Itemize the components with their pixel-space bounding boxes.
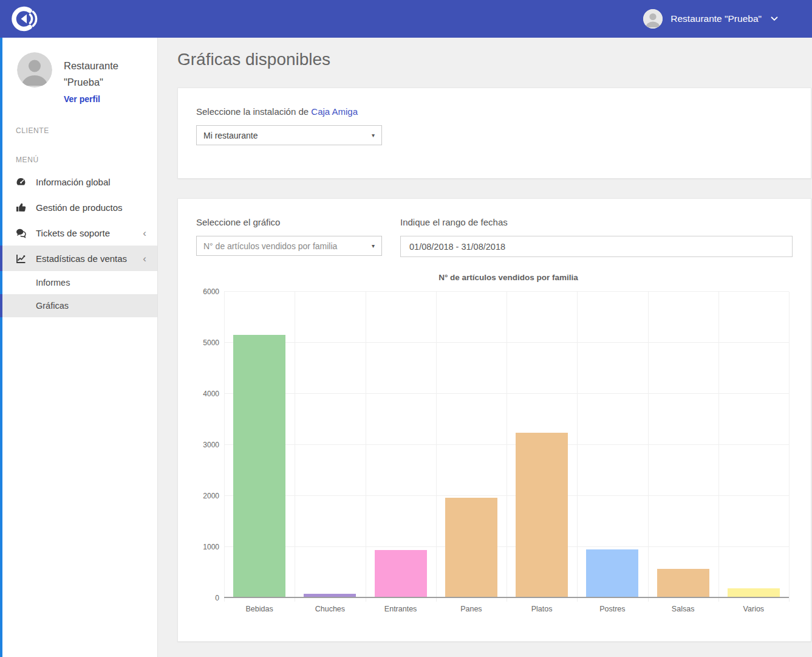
- installation-select-value: Mi restaurante: [203, 131, 258, 140]
- sidebar-item-label: Información global: [36, 177, 146, 187]
- gridline-y-0: [224, 597, 789, 598]
- sidebar-item-tickets-soporte[interactable]: Tickets de soporte ‹: [0, 220, 157, 246]
- graph-select-label: Seleccione el gráfico: [196, 217, 382, 227]
- sidebar: Restaurante "Prueba" Ver perfil CLIENTE …: [0, 38, 158, 657]
- x-tick-label: Bebidas: [224, 605, 295, 613]
- user-menu-label: Restaurante "Prueba": [670, 13, 762, 24]
- main-content: Gráficas disponibles Seleccione la insta…: [158, 0, 812, 642]
- bar-panes: [445, 498, 497, 598]
- bar-platos: [516, 433, 568, 598]
- chart-column: [224, 292, 295, 598]
- graph-select-value: N° de artículos vendidos por familia: [203, 241, 337, 251]
- installation-panel: Seleccione la instalación de Caja Amiga …: [177, 88, 811, 179]
- caja-amiga-link[interactable]: Caja Amiga: [311, 106, 358, 117]
- sidebar-item-estadisticas-ventas[interactable]: Estadísticas de ventas ‹: [0, 246, 157, 271]
- user-menu[interactable]: Restaurante "Prueba": [643, 9, 778, 29]
- y-tick-label: 1000: [196, 543, 219, 551]
- speaker-logo-icon: [11, 5, 39, 33]
- x-tick-label: Entrantes: [366, 605, 436, 613]
- sidebar-item-label: Estadísticas de ventas: [36, 253, 143, 264]
- chevron-left-icon: ‹: [143, 253, 146, 264]
- installation-select[interactable]: Mi restaurante ▾: [196, 125, 382, 145]
- line-chart-icon: [16, 253, 26, 264]
- top-navbar: Restaurante "Prueba": [0, 0, 812, 38]
- sidebar-item-informacion-global[interactable]: Información global: [0, 169, 157, 194]
- chart-column: [436, 292, 507, 598]
- chart-column: [648, 292, 718, 598]
- installation-label: Seleccione la instalación de Caja Amiga: [196, 106, 793, 117]
- sidebar-item-label: Tickets de soporte: [36, 228, 143, 238]
- chevron-left-icon: ‹: [143, 228, 146, 238]
- chart-column: [295, 292, 365, 598]
- bar-entrantes: [375, 550, 427, 598]
- x-tick-label: Postres: [577, 605, 647, 613]
- chart-column: [577, 292, 647, 598]
- x-tick-label: Chuches: [295, 605, 365, 613]
- y-tick-label: 5000: [196, 339, 219, 347]
- chart-columns: [224, 292, 789, 598]
- thumbs-up-icon: [16, 202, 26, 213]
- comments-icon: [16, 228, 26, 238]
- view-profile-link[interactable]: Ver perfil: [64, 94, 100, 104]
- chart-x-labels: BebidasChuchesEntrantesPanesPlatosPostre…: [224, 605, 789, 623]
- bar-chart: N° de artículos vendidos por familia 010…: [196, 273, 793, 623]
- date-range-input[interactable]: [400, 236, 793, 257]
- gauge-icon: [16, 177, 26, 187]
- chart-panel: Seleccione el gráfico N° de artículos ve…: [177, 198, 811, 642]
- section-label-cliente: CLIENTE: [0, 111, 157, 140]
- sidebar-item-label: Gestión de productos: [36, 202, 146, 213]
- installation-label-text: Seleccione la instalación de: [196, 106, 309, 117]
- x-tick-label: Panes: [436, 605, 507, 613]
- profile-avatar: [17, 52, 52, 88]
- date-range-label: Indique el rango de fechas: [400, 217, 793, 227]
- gridline-x: [789, 292, 790, 602]
- y-tick-label: 4000: [196, 390, 219, 398]
- bar-postres: [586, 549, 638, 598]
- y-tick-label: 6000: [196, 287, 219, 296]
- sidebar-subitem-informes[interactable]: Informes: [0, 271, 157, 294]
- select-caret-icon: ▾: [372, 132, 375, 139]
- profile-card: Restaurante "Prueba" Ver perfil: [0, 38, 157, 111]
- user-avatar: [643, 9, 663, 29]
- chart-plot: 0100020003000400050006000: [224, 292, 789, 598]
- y-tick-label: 3000: [196, 441, 219, 449]
- x-tick-label: Platos: [507, 605, 577, 613]
- chevron-down-icon: [771, 16, 778, 21]
- bar-bebidas: [233, 335, 285, 598]
- x-tick-label: Varios: [718, 605, 789, 613]
- app-logo[interactable]: [11, 5, 39, 33]
- section-label-menu: MENÚ: [0, 140, 157, 169]
- sidebar-item-gestion-productos[interactable]: Gestión de productos: [0, 194, 157, 220]
- graph-select[interactable]: N° de artículos vendidos por familia ▾: [196, 236, 382, 256]
- y-tick-label: 2000: [196, 492, 219, 500]
- sidebar-subitem-graficas[interactable]: Gráficas: [0, 294, 157, 317]
- x-tick-label: Salsas: [648, 605, 718, 613]
- chart-controls: Seleccione el gráfico N° de artículos ve…: [196, 217, 793, 257]
- page-title: Gráficas disponibles: [177, 50, 811, 69]
- bar-salsas: [657, 569, 709, 598]
- profile-name: Restaurante "Prueba": [64, 52, 135, 91]
- y-tick-label: 0: [196, 594, 219, 602]
- sidebar-subitem-label: Informes: [36, 278, 70, 287]
- chart-column: [507, 292, 577, 598]
- select-caret-icon: ▾: [372, 243, 375, 249]
- chart-column: [366, 292, 436, 598]
- sidebar-subitem-label: Gráficas: [36, 301, 69, 311]
- chart-title: N° de artículos vendidos por familia: [224, 273, 793, 282]
- chart-column: [718, 292, 789, 598]
